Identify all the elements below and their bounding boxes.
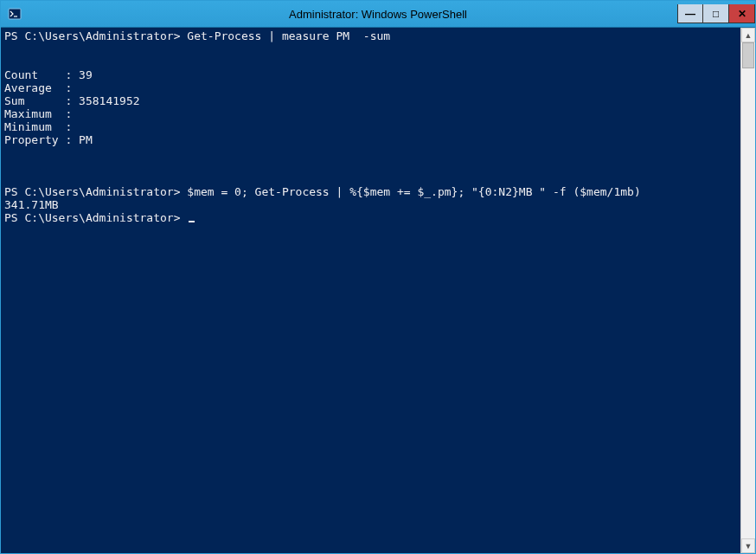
output-maximum: Maximum : — [4, 107, 79, 120]
output-count: Count : 39 — [4, 68, 93, 81]
close-button[interactable]: ✕ — [729, 4, 755, 23]
scroll-up-button[interactable]: ▲ — [741, 28, 755, 42]
output-minimum: Minimum : — [4, 120, 79, 133]
console-output[interactable]: PS C:\Users\Administrator> Get-Process |… — [1, 28, 740, 553]
prompt: PS C:\Users\Administrator> — [4, 211, 181, 224]
output-sum: Sum : 358141952 — [4, 94, 140, 107]
output-average: Average : — [4, 81, 79, 94]
scroll-thumb[interactable] — [742, 42, 754, 68]
powershell-icon — [8, 7, 22, 21]
chevron-down-icon: ▼ — [745, 542, 753, 551]
prompt: PS C:\Users\Administrator> — [4, 29, 181, 42]
maximize-button[interactable]: □ — [703, 4, 729, 23]
command-1: Get-Process | measure PM -sum — [187, 29, 390, 42]
minimize-button[interactable]: — — [677, 4, 703, 23]
scroll-track[interactable] — [741, 42, 755, 538]
vertical-scrollbar[interactable]: ▲ ▼ — [740, 28, 755, 553]
client-area: PS C:\Users\Administrator> Get-Process |… — [1, 27, 755, 553]
output-mem: 341.71MB — [4, 198, 59, 211]
powershell-window: Administrator: Windows PowerShell — □ ✕ … — [0, 0, 756, 554]
window-controls: — □ ✕ — [677, 4, 755, 23]
svg-rect-0 — [9, 9, 21, 19]
titlebar[interactable]: Administrator: Windows PowerShell — □ ✕ — [1, 1, 755, 27]
output-property: Property : PM — [4, 133, 93, 146]
command-2: $mem = 0; Get-Process | %{$mem += $_.pm}… — [187, 185, 640, 198]
scroll-down-button[interactable]: ▼ — [741, 538, 755, 553]
window-title: Administrator: Windows PowerShell — [1, 8, 755, 21]
cursor — [189, 221, 195, 222]
prompt: PS C:\Users\Administrator> — [4, 185, 181, 198]
chevron-up-icon: ▲ — [745, 31, 753, 40]
